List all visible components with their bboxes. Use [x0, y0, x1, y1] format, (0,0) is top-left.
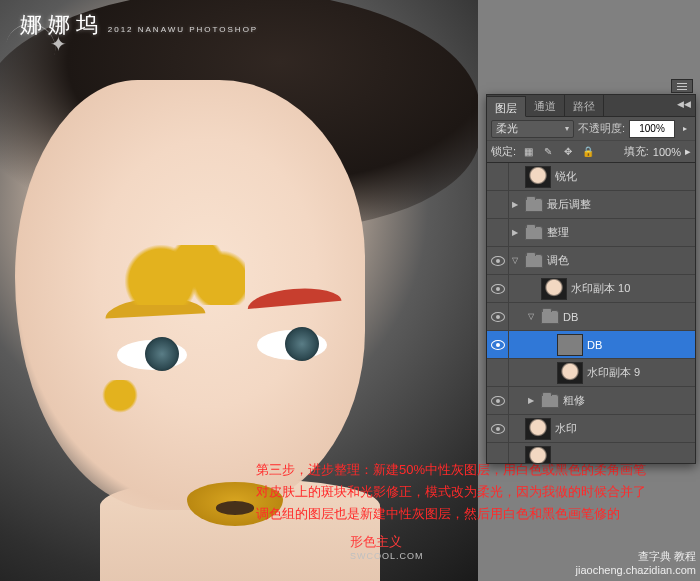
chevron-down-icon: ▾: [565, 124, 569, 133]
layer-visibility-toggle[interactable]: [487, 415, 509, 442]
eye-right: [257, 330, 327, 360]
instruction-text: 第三步，进步整理：新建50%中性灰图层，用白色或黑色的柔角画笔 对皮肤上的斑块和…: [256, 459, 694, 525]
face-shape: [15, 80, 365, 510]
opacity-flyout-icon[interactable]: ▸: [679, 124, 691, 133]
folder-icon[interactable]: [541, 310, 559, 324]
site-watermark-line1: 查字典 教程: [576, 549, 696, 563]
layer-name-label[interactable]: 最后调整: [547, 197, 695, 212]
watermark-main-text: 娜 娜 坞: [20, 12, 98, 37]
layer-item[interactable]: DB: [487, 331, 695, 359]
layer-item[interactable]: ▶粗修: [487, 387, 695, 415]
disclosure-triangle-icon[interactable]: ▶: [509, 200, 521, 209]
site-watermark-line2: jiaocheng.chazidian.com: [576, 563, 696, 577]
instruction-line-2: 对皮肤上的斑块和光影修正，模式改为柔光，因为我做的时候合并了: [256, 481, 694, 503]
layer-visibility-toggle[interactable]: [487, 247, 509, 274]
disclosure-triangle-icon[interactable]: ▽: [509, 256, 521, 265]
eye-icon: [491, 340, 505, 350]
eye-icon: [491, 256, 505, 266]
layer-name-label[interactable]: 粗修: [563, 393, 695, 408]
watermark-sub-text: 2012 NANAWU PHOTOSHOP: [108, 25, 258, 34]
layer-name-label[interactable]: DB: [563, 311, 695, 323]
layer-visibility-toggle[interactable]: [487, 331, 509, 358]
fill-field[interactable]: 100%: [653, 146, 681, 158]
watermark-logo: 娜 娜 坞 2012 NANAWU PHOTOSHOP: [20, 10, 258, 40]
disclosure-triangle-icon[interactable]: ▶: [509, 228, 521, 237]
layer-item[interactable]: ▽DB: [487, 303, 695, 331]
fill-label: 填充:: [624, 144, 649, 159]
eye-icon: [491, 312, 505, 322]
layer-name-label[interactable]: 水印副本 10: [571, 281, 695, 296]
panel-collapse-icon[interactable]: ◀◀: [675, 97, 693, 111]
bottom-logo: 形色主义 SWCOOL.COM: [350, 533, 424, 561]
layer-item[interactable]: ▽调色: [487, 247, 695, 275]
folder-icon[interactable]: [541, 394, 559, 408]
layer-item[interactable]: 水印副本 10: [487, 275, 695, 303]
layer-item[interactable]: ▶最后调整: [487, 191, 695, 219]
layer-name-label[interactable]: 水印副本 9: [587, 365, 695, 380]
tab-layers[interactable]: 图层: [487, 96, 526, 117]
blend-mode-value: 柔光: [496, 121, 518, 136]
panel-tabs: 图层 通道 路径: [487, 95, 695, 117]
layer-visibility-toggle[interactable]: [487, 163, 509, 190]
layer-visibility-toggle[interactable]: [487, 443, 509, 463]
lock-label: 锁定:: [491, 144, 516, 159]
opacity-field[interactable]: 100%: [629, 120, 675, 138]
lock-transparency-icon[interactable]: ▦: [520, 144, 536, 160]
layer-visibility-toggle[interactable]: [487, 303, 509, 330]
layer-thumbnail[interactable]: [557, 362, 583, 384]
blend-mode-select[interactable]: 柔光 ▾: [491, 120, 574, 138]
disclosure-triangle-icon[interactable]: ▽: [525, 312, 537, 321]
layer-name-label[interactable]: 调色: [547, 253, 695, 268]
panel-menu-icon[interactable]: [671, 79, 693, 93]
eye-left: [117, 340, 187, 370]
layer-item[interactable]: ▶整理: [487, 219, 695, 247]
layer-visibility-toggle[interactable]: [487, 275, 509, 302]
forehead-paint: [125, 245, 245, 305]
layer-thumbnail[interactable]: [541, 278, 567, 300]
layer-visibility-toggle[interactable]: [487, 191, 509, 218]
site-watermark: 查字典 教程 jiaocheng.chazidian.com: [576, 549, 696, 577]
folder-icon[interactable]: [525, 226, 543, 240]
bottom-logo-main: 形色主义: [350, 534, 402, 549]
bottom-logo-sub: SWCOOL.COM: [350, 551, 424, 561]
iris-left: [145, 337, 179, 371]
layer-item[interactable]: 锐化: [487, 163, 695, 191]
lock-position-icon[interactable]: ✥: [560, 144, 576, 160]
fill-flyout-icon[interactable]: ▸: [685, 145, 691, 158]
layer-visibility-toggle[interactable]: [487, 219, 509, 246]
blend-opacity-row: 柔光 ▾ 不透明度: 100% ▸: [487, 117, 695, 141]
tab-paths[interactable]: 路径: [565, 95, 604, 116]
disclosure-triangle-icon[interactable]: ▶: [525, 396, 537, 405]
lock-all-icon[interactable]: 🔒: [580, 144, 596, 160]
instruction-line-3: 调色组的图层也是新建中性灰图层，然后用白色和黑色画笔修的: [256, 503, 694, 525]
cheek-paint: [85, 380, 155, 430]
lock-pixels-icon[interactable]: ✎: [540, 144, 556, 160]
layer-name-label[interactable]: 锐化: [555, 169, 695, 184]
layer-thumbnail[interactable]: [525, 166, 551, 188]
layer-thumbnail[interactable]: [525, 418, 551, 440]
layers-panel: ◀◀ 图层 通道 路径 柔光 ▾ 不透明度: 100% ▸ 锁定: ▦ ✎ ✥ …: [486, 94, 696, 464]
layer-item[interactable]: 水印: [487, 415, 695, 443]
layer-name-label[interactable]: 水印: [555, 421, 695, 436]
tab-channels[interactable]: 通道: [526, 95, 565, 116]
layer-thumbnail[interactable]: [557, 334, 583, 356]
folder-icon[interactable]: [525, 198, 543, 212]
eye-icon: [491, 284, 505, 294]
eye-icon: [491, 424, 505, 434]
eye-icon: [491, 396, 505, 406]
lock-fill-row: 锁定: ▦ ✎ ✥ 🔒 填充: 100% ▸: [487, 141, 695, 163]
layer-list[interactable]: 锐化▶最后调整▶整理▽调色水印副本 10▽DBDB水印副本 9▶粗修水印: [487, 163, 695, 463]
iris-right: [285, 327, 319, 361]
layer-name-label[interactable]: 整理: [547, 225, 695, 240]
layer-item[interactable]: [487, 443, 695, 463]
folder-icon[interactable]: [525, 254, 543, 268]
opacity-label: 不透明度:: [578, 121, 625, 136]
layer-thumbnail[interactable]: [525, 446, 551, 464]
layer-visibility-toggle[interactable]: [487, 387, 509, 414]
layer-name-label[interactable]: DB: [587, 339, 695, 351]
brow-right-paint: [246, 285, 341, 309]
layer-item[interactable]: 水印副本 9: [487, 359, 695, 387]
layer-visibility-toggle[interactable]: [487, 359, 509, 386]
